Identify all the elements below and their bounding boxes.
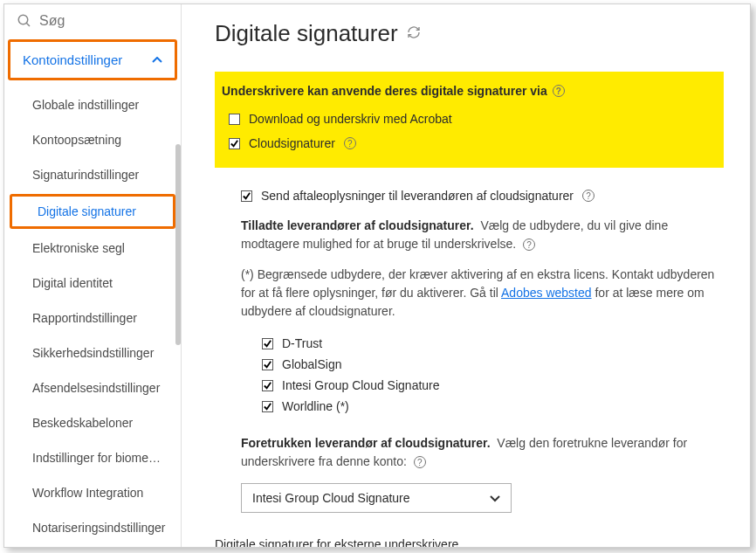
sidebar-item-payments[interactable]: Integration af betalinger [4, 545, 181, 553]
preferred-provider-text: Foretrukken leverandør af cloudsignature… [241, 434, 724, 471]
sidebar-item-notary[interactable]: Notariseringsindstillinger [4, 510, 181, 545]
preferred-heading: Foretrukken leverandør af cloudsignature… [241, 436, 491, 450]
checkbox-icon[interactable] [262, 338, 273, 349]
option-cloud-signatures[interactable]: Cloudsignaturer ? [222, 131, 710, 156]
sidebar-item-global[interactable]: Globale indstillinger [4, 87, 181, 122]
sidebar-section-account[interactable]: Kontoindstillinger [8, 39, 177, 80]
sidebar-item-account-setup[interactable]: Kontoopsætning [4, 122, 181, 157]
sidebar-item-biomedical[interactable]: Indstillinger for biomedi… [4, 440, 181, 475]
select-value: Intesi Group Cloud Signature [252, 491, 410, 505]
provider-label: Worldline (*) [282, 399, 349, 413]
sidebar-item-signature[interactable]: Signaturindstillinger [4, 157, 181, 192]
provider-label: D-Trust [282, 336, 322, 350]
checkbox-icon[interactable] [241, 190, 252, 202]
provider-label: Intesi Group Cloud Signature [282, 378, 440, 392]
svg-line-1 [26, 23, 30, 26]
option-label: Send aftaleoplysninger til leverandøren … [261, 189, 574, 203]
sidebar-section-label: Kontoindstillinger [23, 52, 122, 67]
provider-label: GlobalSign [282, 357, 342, 371]
external-signers-heading: Digitale signaturer for eksterne undersk… [215, 529, 724, 547]
sidebar: Kontoindstillinger Globale indstillinger… [4, 4, 182, 547]
main-content: Digitale signaturer Underskrivere kan an… [182, 4, 750, 547]
allowed-providers-text: Tilladte leverandører af cloudsignaturer… [241, 217, 724, 253]
svg-point-0 [18, 15, 28, 24]
scrollbar-thumb[interactable] [175, 144, 181, 345]
option-send-info[interactable]: Send aftaleoplysninger til leverandøren … [241, 183, 724, 208]
search-wrap [4, 4, 181, 38]
option-label: Cloudsignaturer [249, 136, 335, 150]
provider-globalsign[interactable]: GlobalSign [262, 354, 724, 375]
info-icon[interactable]: ? [344, 137, 356, 149]
sidebar-item-digital-signatures[interactable]: Digitale signaturer [10, 194, 175, 229]
refresh-icon[interactable] [407, 25, 421, 43]
checkbox-icon[interactable] [229, 138, 240, 149]
checkbox-icon[interactable] [229, 114, 240, 125]
allowed-heading: Tilladte leverandører af cloudsignaturer… [241, 218, 474, 232]
search-icon [17, 13, 32, 29]
highlight-box: Underskrivere kan anvende deres digitale… [215, 72, 724, 168]
page-title-text: Digitale signaturer [215, 20, 398, 47]
option-download-acrobat[interactable]: Download og underskriv med Acrobat [222, 107, 710, 131]
info-icon[interactable]: ? [553, 85, 565, 97]
adobe-website-link[interactable]: Adobes websted [501, 286, 592, 300]
sidebar-item-security[interactable]: Sikkerhedsindstillinger [4, 335, 181, 370]
provider-dtrust[interactable]: D-Trust [262, 333, 724, 354]
sidebar-item-workflow[interactable]: Workflow Integration [4, 475, 181, 510]
chevron-up-icon [152, 53, 162, 66]
sidebar-item-message-templates[interactable]: Beskedskabeloner [4, 405, 181, 440]
provider-worldline[interactable]: Worldline (*) [262, 396, 724, 417]
sidebar-item-electronic-seals[interactable]: Elektroniske segl [4, 231, 181, 266]
search-input[interactable] [39, 13, 168, 29]
info-icon[interactable]: ? [414, 456, 426, 468]
provider-list: D-Trust GlobalSign Intesi Group Cloud Si… [262, 333, 724, 417]
restricted-note: (*) Begrænsede udbydere, der kræver akti… [241, 266, 724, 321]
preferred-provider-select[interactable]: Intesi Group Cloud Signature [241, 483, 512, 513]
nav-list: Globale indstillinger Kontoopsætning Sig… [4, 87, 181, 553]
page-title: Digitale signaturer [215, 20, 724, 47]
scrollbar-track[interactable] [175, 144, 181, 529]
provider-intesi[interactable]: Intesi Group Cloud Signature [262, 375, 724, 396]
highlight-heading-text: Underskrivere kan anvende deres digitale… [222, 84, 547, 98]
info-icon[interactable]: ? [582, 190, 594, 202]
checkbox-icon[interactable] [262, 401, 273, 412]
cloud-details: Send aftaleoplysninger til leverandøren … [215, 183, 724, 513]
chevron-down-icon [490, 491, 500, 505]
info-icon[interactable]: ? [523, 238, 535, 251]
checkbox-icon[interactable] [262, 359, 273, 370]
checkbox-icon[interactable] [262, 380, 273, 391]
sidebar-item-report[interactable]: Rapportindstillinger [4, 301, 181, 335]
highlight-heading: Underskrivere kan anvende deres digitale… [222, 84, 710, 98]
option-label: Download og underskriv med Acrobat [249, 112, 452, 126]
sidebar-item-send[interactable]: Afsendelsesindstillinger [4, 370, 181, 405]
sidebar-item-digital-identity[interactable]: Digital identitet [4, 266, 181, 301]
